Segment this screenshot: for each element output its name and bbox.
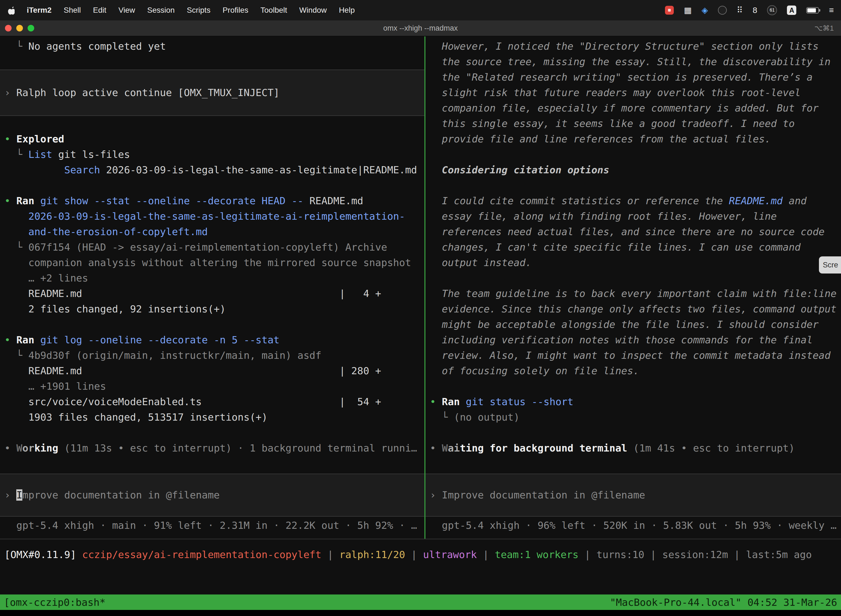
stats-icon[interactable]: 8 — [753, 6, 757, 14]
menu-item-shell[interactable]: Shell — [64, 6, 81, 15]
terminal-output: • Explored └ List git ls-files Search 20… — [4, 116, 424, 456]
terminal-line: • Explored — [4, 131, 424, 147]
window-title-bar[interactable]: omx --xhigh --madmax ⌥⌘1 — [0, 21, 841, 37]
terminal-line: slight risk that future readers may over… — [430, 85, 841, 100]
terminal-line — [430, 178, 841, 193]
window-title: omx --xhigh --madmax — [383, 24, 458, 32]
compass-icon[interactable]: ◈ — [702, 6, 708, 14]
menu-item-session[interactable]: Session — [147, 6, 175, 15]
terminal-line — [4, 54, 424, 70]
terminal-line: src/voice/voiceModeEnabled.ts | 54 + — [4, 394, 424, 409]
terminal-line: └ (no output) — [430, 409, 841, 425]
window-shortcut-badge: ⌥⌘1 — [815, 24, 834, 32]
macos-menu-bar: iTerm2 Shell Edit View Session Scripts P… — [0, 0, 841, 21]
terminal-line: └ 4b9d30f (origin/main, instructkr/main,… — [4, 348, 424, 363]
close-button[interactable] — [5, 25, 12, 31]
terminal-line — [430, 425, 841, 440]
terminal-line: references need actual files, and since … — [430, 224, 841, 239]
terminal-line: might be acceptable alongside the file l… — [430, 317, 841, 332]
terminal-line: this single essay, it seems like a good … — [430, 116, 841, 131]
terminal-line: of focusing solely on file lines. — [430, 363, 841, 378]
battery-icon[interactable] — [806, 7, 819, 13]
terminal-line: Considering citation options — [430, 162, 841, 178]
zoom-button[interactable] — [28, 25, 34, 31]
terminal-output: › Ralph loop active continue [OMX_TMUX_I… — [4, 85, 424, 100]
terminal-output: gpt-5.4 xhigh · 96% left · 520K in · 5.8… — [430, 518, 841, 533]
battery-level — [807, 8, 816, 12]
terminal-line — [430, 270, 841, 286]
dots-grid-icon[interactable]: ⠿ — [737, 6, 743, 14]
menu-item-window[interactable]: Window — [299, 6, 327, 15]
terminal-line: … +2 lines — [4, 270, 424, 286]
tmux-status-bar: [omx-cczip0:bash* "MacBook-Pro-44.local"… — [0, 594, 841, 610]
tmux-panes: └ No agents completed yet › Ralph loop a… — [0, 37, 841, 539]
right-pane[interactable]: However, I noticed the "Directory Struct… — [425, 37, 841, 539]
left-pane[interactable]: └ No agents completed yet › Ralph loop a… — [0, 37, 424, 539]
terminal-line: └ List git ls-files — [4, 147, 424, 162]
terminal-line — [4, 317, 424, 332]
menu-item-view[interactable]: View — [119, 6, 135, 15]
ralph-loop-banner: › Ralph loop active continue [OMX_TMUX_I… — [0, 70, 424, 116]
terminal-line: including verification notes with those … — [430, 332, 841, 348]
terminal-line: However, I noticed the "Directory Struct… — [430, 39, 841, 54]
terminal-line: • Ran git status --short — [430, 394, 841, 409]
terminal-line: └ No agents completed yet — [4, 39, 424, 54]
terminal-line: Search 2026-03-09-is-legal-the-same-as-l… — [4, 162, 424, 178]
prompt-input[interactable]: › Improve documentation in @filename — [425, 474, 841, 517]
menu-item-iterm2[interactable]: iTerm2 — [27, 6, 51, 15]
terminal-line: └ 067f154 (HEAD -> essay/ai-reimplementa… — [4, 239, 424, 255]
model-status-line: gpt-5.4 xhigh · main · 91% left · 2.31M … — [4, 518, 424, 533]
screen: iTerm2 Shell Edit View Session Scripts P… — [0, 0, 841, 616]
menu-item-scripts[interactable]: Scripts — [187, 6, 211, 15]
screen-share-toast[interactable]: Scre — [819, 257, 841, 273]
terminal-line: • Ran git log --oneline --decorate -n 5 … — [4, 332, 424, 348]
terminal-line: • Ran git show --stat --oneline --decora… — [4, 193, 424, 209]
terminal-line: • Waiting for background terminal (1m 41… — [430, 440, 841, 456]
terminal-line: • Working (11m 13s • esc to interrupt) ·… — [4, 440, 424, 456]
terminal-line: I could cite commit statistics or refere… — [430, 193, 841, 209]
traffic-lights — [5, 25, 34, 31]
minimize-button[interactable] — [16, 25, 23, 31]
terminal-line: the source tree, missing the essay. Stil… — [430, 54, 841, 70]
terminal-line: companion file, especially if more comme… — [430, 100, 841, 116]
menu-item-profiles[interactable]: Profiles — [223, 6, 248, 15]
terminal-line: › Ralph loop active continue [OMX_TMUX_I… — [4, 85, 424, 100]
tmux-session-label: [omx-cczip0:bash* — [4, 597, 105, 608]
terminal-line: gpt-5.4 xhigh · 96% left · 520K in · 5.8… — [430, 518, 841, 533]
terminal-line: 2 files changed, 92 insertions(+) — [4, 301, 424, 317]
menu-item-toolbelt[interactable]: Toolbelt — [261, 6, 287, 15]
spacer — [0, 570, 841, 594]
terminal-line — [4, 116, 424, 131]
terminal-line: › Improve documentation in @filename — [4, 487, 424, 503]
terminal-output: └ No agents completed yet — [4, 39, 424, 70]
tmux-host-time: "MacBook-Pro-44.local" 04:52 31-Mar-26 — [610, 597, 837, 608]
terminal-line: and-the-erosion-of-copyleft.md — [4, 224, 424, 239]
menu-item-help[interactable]: Help — [339, 6, 355, 15]
terminal-line: the "Related research writing" section i… — [430, 70, 841, 85]
terminal-line: provide file and line references from th… — [430, 131, 841, 147]
screen-recording-icon[interactable] — [665, 6, 674, 15]
terminal-line: › Improve documentation in @filename — [430, 487, 841, 503]
terminal-output: gpt-5.4 xhigh · main · 91% left · 2.31M … — [4, 518, 424, 533]
terminal-line — [430, 378, 841, 394]
terminal-line: review. Also, I might want to inspect th… — [430, 348, 841, 363]
prompt-input[interactable]: › Improve documentation in @filename — [0, 474, 424, 517]
input-source-icon[interactable]: A — [787, 6, 796, 15]
menu-status-icons: ▦ ◈ ⠿ 8 61 A ≡ — [665, 5, 834, 15]
apple-menu-icon[interactable] — [7, 6, 15, 15]
terminal-line: README.md | 280 + — [4, 363, 424, 378]
terminal-line: output instead. — [430, 255, 841, 270]
dark-app-icon[interactable] — [718, 6, 727, 15]
terminal-output: › Improve documentation in @filename — [4, 487, 424, 503]
terminal-line: changes, I can't cite specific file line… — [430, 239, 841, 255]
window-grid-icon[interactable]: ▦ — [684, 6, 692, 14]
terminal-line: evidence. Since this change only affects… — [430, 301, 841, 317]
terminal-line: gpt-5.4 xhigh · main · 91% left · 2.31M … — [4, 518, 424, 533]
terminal-output: › Improve documentation in @filename — [430, 487, 841, 503]
terminal-line: 1903 files changed, 513517 insertions(+) — [4, 409, 424, 425]
menu-item-edit[interactable]: Edit — [93, 6, 106, 15]
menu-list-icon[interactable]: ≡ — [829, 6, 834, 14]
terminal-line: 2026-03-09-is-legal-the-same-as-legitima… — [4, 209, 424, 224]
model-status-line: gpt-5.4 xhigh · 96% left · 520K in · 5.8… — [430, 518, 841, 533]
cpu-meter-icon[interactable]: 61 — [767, 5, 777, 15]
